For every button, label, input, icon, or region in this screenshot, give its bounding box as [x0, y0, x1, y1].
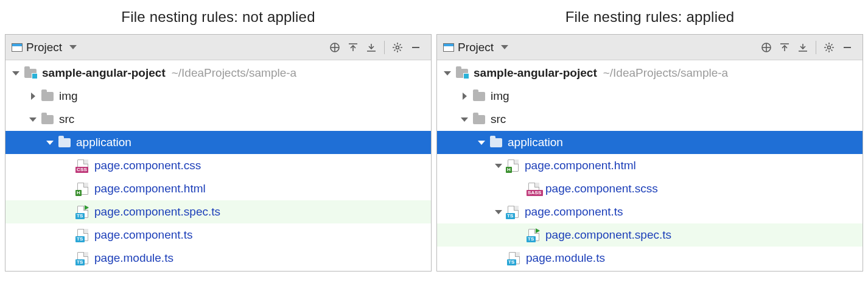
tool-window-header: Project	[5, 35, 431, 60]
expand-all-icon[interactable]	[344, 38, 362, 57]
panel-title-left: File nesting rules: not applied	[5, 5, 432, 34]
folder-icon	[58, 136, 71, 149]
project-panel-left: Project	[5, 34, 432, 272]
chevron-right-icon[interactable]	[27, 91, 38, 102]
file-label: page.component.html	[94, 182, 206, 195]
tree-row-file[interactable]: SASS page.component.scss	[437, 177, 863, 200]
chevron-down-icon[interactable]	[442, 68, 453, 79]
folder-icon	[489, 136, 503, 149]
gear-icon[interactable]	[388, 38, 407, 57]
module-folder-icon	[24, 66, 37, 80]
file-label: page.component.spec.ts	[545, 228, 671, 242]
hide-icon[interactable]	[838, 38, 856, 57]
file-label: page.component.ts	[94, 228, 193, 242]
tool-window-header: Project	[437, 35, 863, 60]
select-opened-file-icon[interactable]	[757, 38, 775, 57]
html-file-icon: H	[506, 159, 520, 172]
chevron-down-icon[interactable]	[459, 114, 470, 125]
folder-label: application	[76, 136, 131, 149]
project-tree[interactable]: sample-angular-poject ~/IdeaProjects/sam…	[437, 60, 863, 271]
chevron-down-icon[interactable]	[44, 137, 55, 148]
folder-icon	[472, 113, 486, 126]
file-label: page.component.scss	[545, 182, 658, 195]
folder-icon	[472, 89, 486, 103]
chevron-down-icon[interactable]	[476, 137, 487, 148]
hide-icon[interactable]	[407, 38, 425, 57]
chevron-down-icon[interactable]	[27, 114, 38, 125]
svg-point-7	[396, 46, 399, 49]
tree-row-folder-application[interactable]: application	[5, 131, 431, 154]
file-label: page.component.ts	[525, 205, 623, 219]
ts-file-icon: TS	[76, 251, 89, 265]
tree-row-file[interactable]: TS page.module.ts	[5, 247, 431, 270]
project-name: sample-angular-poject	[474, 66, 597, 80]
project-window-icon	[12, 43, 23, 52]
chevron-down-icon[interactable]	[10, 68, 21, 79]
tree-row-project-root[interactable]: sample-angular-poject ~/IdeaProjects/sam…	[437, 61, 863, 85]
tree-row-file[interactable]: CSS page.component.css	[5, 154, 431, 177]
collapse-all-icon[interactable]	[362, 38, 380, 57]
collapse-all-icon[interactable]	[794, 38, 812, 57]
file-label: page.module.ts	[94, 251, 173, 265]
folder-icon	[41, 89, 54, 103]
expand-all-icon[interactable]	[775, 38, 794, 57]
file-label: page.component.html	[525, 159, 636, 172]
project-window-icon	[443, 43, 454, 52]
view-selector-label[interactable]: Project	[458, 41, 494, 54]
sass-file-icon: SASS	[527, 182, 541, 195]
tree-row-file[interactable]: TS page.component.spec.ts	[5, 200, 431, 223]
tree-row-file[interactable]: H page.component.html	[437, 154, 863, 177]
separator	[384, 41, 385, 54]
folder-icon	[41, 113, 54, 126]
tree-row-file[interactable]: TS page.component.ts	[437, 200, 863, 223]
chevron-down-icon[interactable]	[69, 45, 77, 49]
separator	[816, 41, 816, 54]
ts-file-icon: TS	[508, 251, 521, 265]
tree-row-file[interactable]: TS page.component.spec.ts	[437, 223, 863, 247]
css-file-icon: CSS	[76, 159, 89, 172]
panel-title-right: File nesting rules: applied	[436, 5, 863, 34]
html-file-icon: H	[76, 182, 89, 195]
chevron-down-icon[interactable]	[493, 160, 504, 171]
tree-row-folder-img[interactable]: img	[437, 85, 863, 108]
select-opened-file-icon[interactable]	[326, 38, 344, 57]
gear-icon[interactable]	[820, 38, 838, 57]
ts-spec-file-icon: TS	[76, 205, 89, 219]
chevron-down-icon[interactable]	[501, 45, 508, 49]
chevron-down-icon[interactable]	[493, 206, 504, 217]
tree-row-folder-src[interactable]: src	[5, 108, 431, 131]
ts-spec-file-icon: TS	[527, 228, 541, 242]
project-name: sample-angular-poject	[42, 66, 166, 80]
tree-row-project-root[interactable]: sample-angular-poject ~/IdeaProjects/sam…	[5, 61, 431, 85]
file-label: page.component.spec.ts	[94, 205, 220, 219]
project-path: ~/IdeaProjects/sample-a	[603, 66, 728, 80]
folder-label: src	[59, 113, 74, 126]
project-tree[interactable]: sample-angular-poject ~/IdeaProjects/sam…	[5, 60, 431, 271]
ts-file-icon: TS	[506, 205, 520, 219]
project-panel-right: Project	[436, 34, 863, 272]
folder-label: img	[59, 89, 78, 103]
module-folder-icon	[455, 66, 469, 80]
ts-file-icon: TS	[76, 228, 89, 242]
folder-label: src	[491, 113, 506, 126]
folder-label: application	[508, 136, 563, 149]
tree-row-folder-application[interactable]: application	[437, 131, 863, 154]
tree-row-folder-img[interactable]: img	[5, 85, 431, 108]
view-selector-label[interactable]: Project	[26, 41, 62, 54]
tree-row-file[interactable]: TS page.module.ts	[437, 247, 863, 270]
tree-row-file[interactable]: H page.component.html	[5, 177, 431, 200]
project-path: ~/IdeaProjects/sample-a	[172, 66, 296, 80]
tree-row-file[interactable]: TS page.component.ts	[5, 223, 431, 247]
file-label: page.component.css	[94, 159, 201, 172]
tree-row-folder-src[interactable]: src	[437, 108, 863, 131]
folder-label: img	[491, 89, 509, 103]
file-label: page.module.ts	[526, 251, 605, 265]
chevron-right-icon[interactable]	[459, 91, 470, 102]
svg-point-16	[828, 46, 831, 49]
